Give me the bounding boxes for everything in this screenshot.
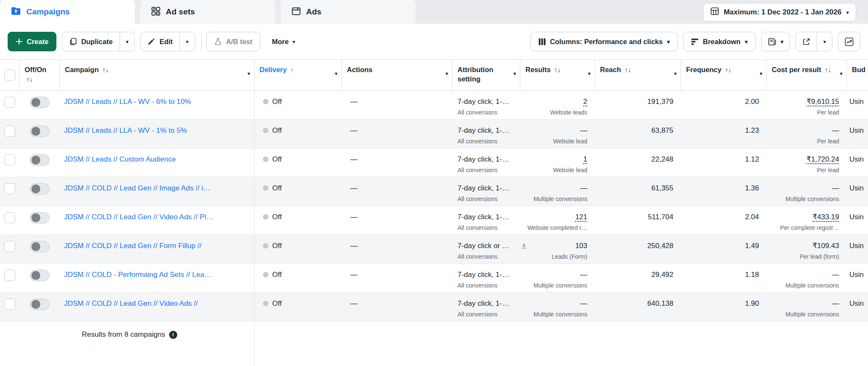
row-checkbox[interactable] [4, 241, 15, 252]
download-icon[interactable] [520, 242, 527, 249]
cost-per-result-value[interactable]: — [832, 184, 839, 192]
header-cost-per-result[interactable]: Cost per result ↑↓ ▾ [767, 60, 847, 90]
cost-per-result-value[interactable]: ₹9,610.15 [807, 98, 839, 106]
tab-campaigns[interactable]: Campaigns [0, 0, 135, 24]
campaign-link[interactable]: JDSM // COLD // Lead Gen // Image Ads //… [64, 184, 210, 192]
results-value[interactable]: 1 [583, 155, 587, 164]
chevron-down-icon[interactable]: ▾ [588, 71, 591, 76]
breakdown-button[interactable]: Breakdown ▾ [683, 32, 755, 51]
columns-button[interactable]: Columns: Performance and clicks ▾ [530, 32, 678, 51]
duplicate-label: Duplicate [81, 38, 112, 46]
chevron-down-icon[interactable]: ▾ [247, 71, 250, 76]
tab-ad-sets[interactable]: Ad sets [140, 0, 275, 24]
cost-per-result-cell: — Multiple conversions [767, 264, 847, 292]
header-results[interactable]: Results ↑↓ ▾ [520, 60, 595, 90]
campaign-link[interactable]: JDSM // Leads // LLA - WV - 6% to 10% [64, 98, 191, 106]
results-value[interactable]: 103 [575, 241, 587, 250]
row-checkbox[interactable] [4, 270, 15, 281]
cost-per-result-value[interactable]: — [832, 271, 839, 279]
delivery-status-dot [263, 99, 268, 104]
actions-cell: — [342, 177, 452, 206]
off-on-toggle[interactable] [30, 183, 50, 195]
off-on-toggle[interactable] [30, 154, 50, 166]
view-charts-button[interactable] [838, 32, 860, 51]
header-off-on[interactable]: Off/On ↑↓ [20, 60, 60, 90]
export-dropdown[interactable]: ▾ [817, 32, 832, 51]
results-value[interactable]: — [580, 299, 587, 308]
results-value[interactable]: — [580, 270, 587, 279]
header-frequency[interactable]: Frequency ↑↓ ▾ [681, 60, 767, 90]
cost-per-result-value[interactable]: ₹109.43 [812, 242, 839, 250]
duplicate-button[interactable]: Duplicate [62, 32, 119, 51]
header-delivery[interactable]: Delivery ↑ ▾ [254, 60, 342, 90]
frequency-cell: 1.18 [681, 264, 767, 292]
campaign-link[interactable]: JDSM // COLD // Lead Gen // Form Fillup … [64, 242, 201, 250]
chevron-down-icon[interactable]: ▾ [674, 71, 677, 76]
header-budget[interactable]: Bud [847, 60, 868, 90]
header-reach[interactable]: Reach ↑↓ ▾ [595, 60, 681, 90]
row-checkbox[interactable] [4, 126, 15, 137]
off-on-toggle[interactable] [30, 299, 50, 310]
row-checkbox[interactable] [4, 183, 15, 194]
reports-button[interactable]: ▾ [761, 32, 790, 51]
off-on-toggle[interactable] [30, 97, 50, 108]
frequency-cell: 1.49 [681, 235, 767, 263]
chevron-down-icon[interactable]: ▾ [759, 71, 762, 76]
chevron-down-icon[interactable]: ▾ [840, 71, 843, 76]
reach-cell: 63,875 [595, 120, 681, 148]
results-cell: 103 Leads (Form) [520, 235, 595, 263]
ab-test-button[interactable]: A/B test [206, 32, 260, 51]
chevron-down-icon[interactable]: ▾ [513, 71, 516, 76]
campaign-link[interactable]: JDSM // COLD // Lead Gen // Video Ads // [64, 299, 198, 307]
row-checkbox[interactable] [4, 299, 15, 310]
edit-split-button: Edit ▾ [140, 32, 195, 51]
date-range-picker[interactable]: Maximum: 1 Dec 2022 - 1 Jan 2026 ▾ [703, 3, 856, 22]
off-on-toggle[interactable] [30, 241, 50, 252]
chevron-down-icon[interactable]: ▾ [445, 71, 448, 76]
tab-ads[interactable]: Ads [281, 0, 416, 24]
results-sub: Multiple conversions [520, 311, 587, 318]
create-button[interactable]: Create [8, 32, 56, 51]
off-on-toggle[interactable] [30, 126, 50, 137]
cost-per-result-value[interactable]: — [832, 299, 839, 307]
results-value[interactable]: — [580, 184, 587, 193]
campaign-link[interactable]: JDSM // Leads // LLA - WV - 1% to 5% [64, 126, 187, 134]
header-attribution[interactable]: Attribution setting ▾ [452, 60, 520, 90]
delivery-status-dot [263, 156, 268, 162]
row-checkbox[interactable] [4, 154, 15, 165]
chevron-down-icon: ▾ [126, 39, 129, 45]
cost-per-result-value[interactable]: — [832, 126, 839, 134]
select-all-checkbox[interactable] [4, 70, 15, 81]
export-button[interactable] [796, 32, 817, 51]
off-on-toggle[interactable] [30, 270, 50, 281]
results-value[interactable]: — [580, 126, 587, 135]
row-checkbox[interactable] [4, 97, 15, 108]
toggle-knob [31, 271, 40, 280]
edit-dropdown[interactable]: ▾ [179, 32, 195, 51]
chevron-down-icon[interactable]: ▾ [335, 71, 338, 76]
results-cell: 1 Website lead [520, 148, 595, 177]
edit-button[interactable]: Edit [141, 32, 179, 51]
results-value[interactable]: 121 [575, 212, 587, 221]
more-button[interactable]: More ▾ [266, 38, 301, 46]
delivery-status-dot [263, 272, 268, 277]
campaign-link[interactable]: JDSM // COLD // Lead Gen // Video Ads //… [64, 213, 213, 221]
info-icon[interactable]: i [169, 331, 177, 339]
row-checkbox-cell [0, 206, 20, 235]
cost-per-result-value[interactable]: ₹433.19 [812, 213, 839, 221]
frequency-value: 2.00 [745, 98, 759, 106]
results-value[interactable]: 2 [583, 97, 587, 106]
campaign-link[interactable]: JDSM // Leads // Custom Audience [64, 155, 176, 163]
campaign-link[interactable]: JDSM // COLD - Performaing Ad Sets // Le… [64, 271, 212, 279]
duplicate-dropdown[interactable]: ▾ [120, 32, 135, 51]
table-row: JDSM // COLD // Lead Gen // Form Fillup … [0, 235, 868, 264]
header-campaign[interactable]: Campaign ↑↓ ▾ [60, 60, 254, 90]
off-on-toggle[interactable] [30, 212, 50, 224]
row-checkbox-cell [0, 120, 20, 148]
row-checkbox-cell [0, 177, 20, 206]
budget-cell: Usin [847, 91, 868, 119]
cost-per-result-value[interactable]: ₹1,720.24 [807, 155, 839, 163]
actions-value: — [350, 184, 357, 192]
header-actions[interactable]: Actions ▾ [342, 60, 452, 90]
row-checkbox[interactable] [4, 212, 15, 223]
